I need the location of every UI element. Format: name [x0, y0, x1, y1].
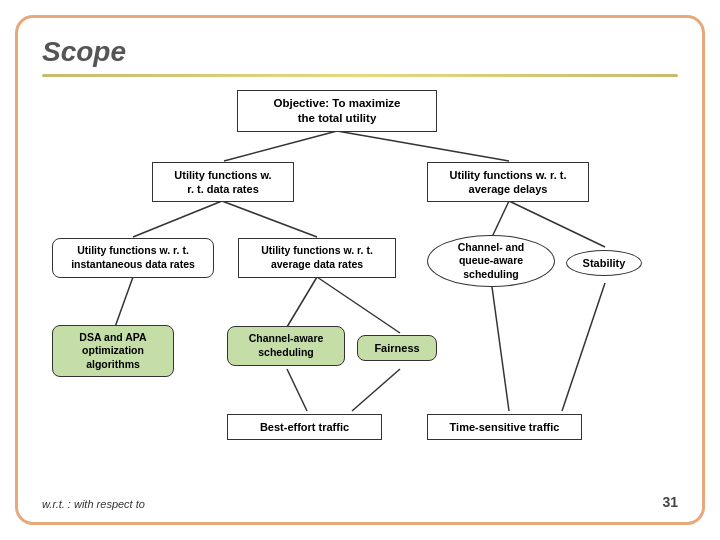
- stability-label: Stability: [566, 250, 642, 276]
- util-data-rates-node: Utility functions w.r. t. data rates: [152, 161, 294, 203]
- dsa-apa-label: DSA and APAoptimizationalgorithms: [52, 325, 174, 378]
- util-avg-delays-node: Utility functions w. r. t.average delays: [427, 161, 589, 203]
- divider: [42, 74, 678, 77]
- channel-queue-node: Channel- andqueue-awarescheduling: [427, 234, 555, 288]
- util-instant-label: Utility functions w. r. t.instantaneous …: [52, 238, 214, 277]
- svg-line-0: [224, 131, 337, 161]
- page-number: 31: [662, 494, 678, 510]
- util-data-rates-label: Utility functions w.r. t. data rates: [152, 162, 294, 203]
- objective-label: Objective: To maximizethe total utility: [237, 90, 437, 132]
- util-instant-node: Utility functions w. r. t.instantaneous …: [52, 237, 214, 279]
- util-avg-data-node: Utility functions w. r. t.average data r…: [238, 237, 396, 279]
- objective-node: Objective: To maximizethe total utility: [237, 89, 437, 133]
- svg-line-3: [222, 201, 317, 237]
- channel-aware-label: Channel-awarescheduling: [227, 326, 345, 365]
- slide-title: Scope: [42, 36, 678, 68]
- util-avg-delays-label: Utility functions w. r. t.average delays: [427, 162, 589, 203]
- svg-line-11: [492, 287, 509, 411]
- time-sensitive-node: Time-sensitive traffic: [427, 409, 582, 445]
- footer: w.r.t. : with respect to 31: [42, 494, 678, 510]
- time-sensitive-label: Time-sensitive traffic: [427, 414, 582, 440]
- channel-queue-label: Channel- andqueue-awarescheduling: [427, 235, 555, 288]
- fairness-node: Fairness: [357, 329, 437, 367]
- best-effort-node: Best-effort traffic: [227, 409, 382, 445]
- svg-line-9: [287, 369, 307, 411]
- best-effort-label: Best-effort traffic: [227, 414, 382, 440]
- svg-line-12: [562, 283, 605, 411]
- wrt-label: w.r.t. : with respect to: [42, 498, 145, 510]
- svg-line-2: [133, 201, 222, 237]
- svg-line-6: [115, 277, 133, 327]
- slide: Scope: [15, 15, 705, 525]
- svg-line-10: [352, 369, 400, 411]
- svg-line-4: [492, 201, 509, 237]
- channel-aware-node: Channel-awarescheduling: [227, 324, 345, 368]
- fairness-label: Fairness: [357, 335, 437, 361]
- diagram: Objective: To maximizethe total utility …: [42, 89, 678, 490]
- svg-line-7: [287, 277, 317, 327]
- svg-line-1: [337, 131, 509, 161]
- stability-node: Stability: [566, 244, 642, 282]
- dsa-apa-node: DSA and APAoptimizationalgorithms: [52, 324, 174, 378]
- util-avg-data-label: Utility functions w. r. t.average data r…: [238, 238, 396, 277]
